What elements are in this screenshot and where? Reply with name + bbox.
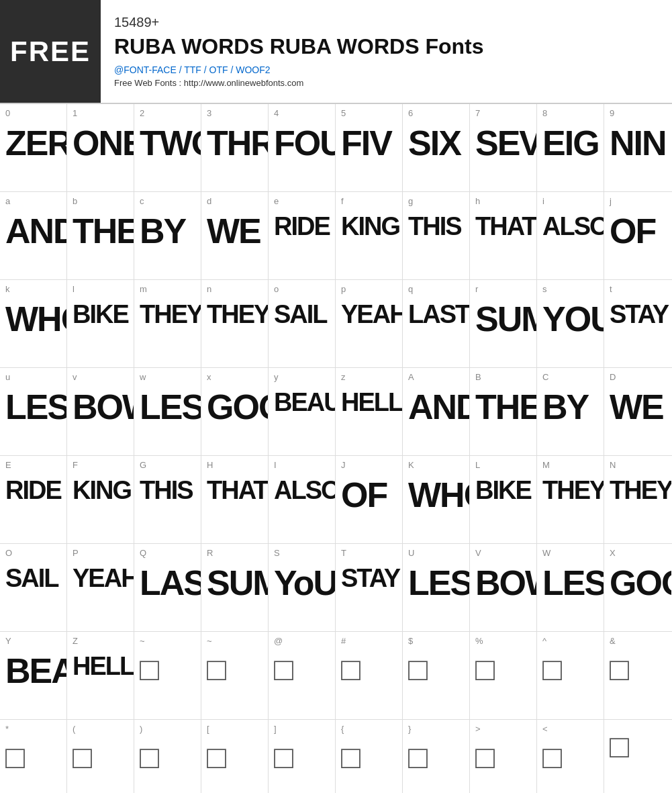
glyph-cell[interactable]: sYOU xyxy=(537,280,604,367)
glyph-cell[interactable]: xGOO xyxy=(201,368,269,455)
glyph-cell[interactable]: <□ xyxy=(537,720,604,793)
glyph-cell[interactable]: RSUM xyxy=(201,544,269,631)
glyph-preview: BIKE xyxy=(73,301,128,327)
glyph-cell[interactable]: JOF xyxy=(336,456,403,543)
glyph-cell[interactable]: 6SIX xyxy=(403,104,470,191)
glyph-cell[interactable]: eRIDE xyxy=(269,192,336,279)
glyph-cell[interactable]: TSTAY xyxy=(336,544,403,631)
glyph-cell[interactable]: 5FIV xyxy=(336,104,403,191)
glyph-cell[interactable]: VBOW xyxy=(470,544,537,631)
glyph-label: P xyxy=(73,548,79,559)
glyph-cell[interactable]: iALSO xyxy=(537,192,604,279)
glyph-cell[interactable]: HTHAT xyxy=(201,456,269,543)
glyph-cell[interactable]: 4FOU xyxy=(269,104,336,191)
glyph-cell[interactable]: □ xyxy=(604,720,671,793)
glyph-cell[interactable]: ^□ xyxy=(537,632,604,719)
glyph-preview: □ xyxy=(408,653,426,686)
glyph-cell[interactable]: gTHIS xyxy=(403,192,470,279)
glyph-cell[interactable]: wLES xyxy=(134,368,201,455)
glyph-cell[interactable]: FKING xyxy=(67,456,134,543)
glyph-cell[interactable]: QLAS xyxy=(134,544,201,631)
glyph-cell[interactable]: AAND xyxy=(403,368,470,455)
glyph-cell[interactable]: 0ZER xyxy=(0,104,67,191)
glyph-cell[interactable]: OSAIL xyxy=(0,544,67,631)
glyph-cell[interactable]: uLES xyxy=(0,368,67,455)
glyph-cell[interactable]: tSTAY xyxy=(604,280,671,367)
glyph-cell[interactable]: vBOW xyxy=(67,368,134,455)
glyph-cell[interactable]: lBIKE xyxy=(67,280,134,367)
glyph-cell[interactable]: [□ xyxy=(201,720,269,793)
glyph-cell[interactable]: KWHO xyxy=(403,456,470,543)
glyph-cell[interactable]: ULES xyxy=(403,544,470,631)
glyph-label: d xyxy=(207,196,211,207)
glyph-cell[interactable]: nTHEY xyxy=(201,280,269,367)
glyph-cell[interactable]: hTHAT xyxy=(470,192,537,279)
glyph-cell[interactable]: fKING xyxy=(336,192,403,279)
glyph-cell[interactable]: SYoU xyxy=(269,544,336,631)
glyph-preview: WHO xyxy=(5,301,67,336)
glyph-cell[interactable]: PYEAH xyxy=(67,544,134,631)
glyph-cell[interactable]: YBEA xyxy=(0,632,67,719)
glyph-preview: LES xyxy=(542,565,604,600)
glyph-preview: □ xyxy=(341,653,359,686)
glyph-cell[interactable]: #□ xyxy=(336,632,403,719)
glyph-cell[interactable]: }□ xyxy=(403,720,470,793)
glyph-cell[interactable]: jOF xyxy=(604,192,671,279)
glyph-cell[interactable]: *□ xyxy=(0,720,67,793)
glyph-cell[interactable]: $□ xyxy=(403,632,470,719)
glyph-preview: LES xyxy=(408,565,470,600)
glyph-cell[interactable]: zHELL xyxy=(336,368,403,455)
glyph-label: # xyxy=(341,636,346,647)
glyph-cell[interactable]: dWE xyxy=(201,192,269,279)
glyph-cell[interactable]: {□ xyxy=(336,720,403,793)
glyph-cell[interactable]: NTHEY xyxy=(604,456,671,543)
glyph-cell[interactable]: CBY xyxy=(537,368,604,455)
glyph-cell[interactable]: ~□ xyxy=(201,632,269,719)
glyph-cell[interactable]: %□ xyxy=(470,632,537,719)
glyph-cell[interactable]: ]□ xyxy=(269,720,336,793)
glyph-cell[interactable]: IALSO xyxy=(269,456,336,543)
glyph-cell[interactable]: bTHE xyxy=(67,192,134,279)
glyph-cell[interactable]: @□ xyxy=(269,632,336,719)
glyph-cell[interactable]: 3THR xyxy=(201,104,269,191)
glyph-cell[interactable]: ~□ xyxy=(134,632,201,719)
glyph-cell[interactable]: kWHO xyxy=(0,280,67,367)
glyph-preview: YEAH xyxy=(73,565,134,591)
glyph-cell[interactable]: &□ xyxy=(604,632,671,719)
glyph-preview: ZER xyxy=(5,126,67,160)
glyph-cell[interactable]: rSUM xyxy=(470,280,537,367)
glyph-label: H xyxy=(207,460,213,471)
glyph-cell[interactable]: aAND xyxy=(0,192,67,279)
glyph-preview: WE xyxy=(610,389,663,424)
glyph-cell[interactable]: cBY xyxy=(134,192,201,279)
glyph-cell[interactable]: MTHEY xyxy=(537,456,604,543)
glyph-cell[interactable]: 9NIN xyxy=(604,104,671,191)
glyph-cell[interactable]: yBEAU xyxy=(269,368,336,455)
glyph-label: y xyxy=(274,372,279,383)
glyph-cell[interactable]: 2TWO xyxy=(134,104,201,191)
glyph-cell[interactable]: )□ xyxy=(134,720,201,793)
glyph-preview: □ xyxy=(542,653,561,686)
glyph-cell[interactable]: ZHELL xyxy=(67,632,134,719)
glyph-cell[interactable]: ERIDE xyxy=(0,456,67,543)
glyph-cell[interactable]: oSAIL xyxy=(269,280,336,367)
glyph-preview: FOU xyxy=(274,126,336,160)
glyph-label: W xyxy=(542,548,550,559)
glyph-cell[interactable]: 7SEV xyxy=(470,104,537,191)
glyph-cell[interactable]: >□ xyxy=(470,720,537,793)
glyph-label: a xyxy=(5,196,10,207)
glyph-preview: NIN xyxy=(610,126,666,160)
glyph-cell[interactable]: pYEAH xyxy=(336,280,403,367)
glyph-cell[interactable]: 8EIG xyxy=(537,104,604,191)
glyph-cell[interactable]: GTHIS xyxy=(134,456,201,543)
glyph-cell[interactable]: (□ xyxy=(67,720,134,793)
glyph-cell[interactable]: WLES xyxy=(537,544,604,631)
glyph-cell[interactable]: DWE xyxy=(604,368,671,455)
glyph-cell[interactable]: mTHEY xyxy=(134,280,201,367)
glyph-cell[interactable]: 1ONE xyxy=(67,104,134,191)
glyph-preview: SAIL xyxy=(5,565,58,591)
glyph-cell[interactable]: LBIKE xyxy=(470,456,537,543)
glyph-cell[interactable]: BTHE xyxy=(470,368,537,455)
glyph-cell[interactable]: XGOO xyxy=(604,544,671,631)
glyph-cell[interactable]: qLAST xyxy=(403,280,470,367)
